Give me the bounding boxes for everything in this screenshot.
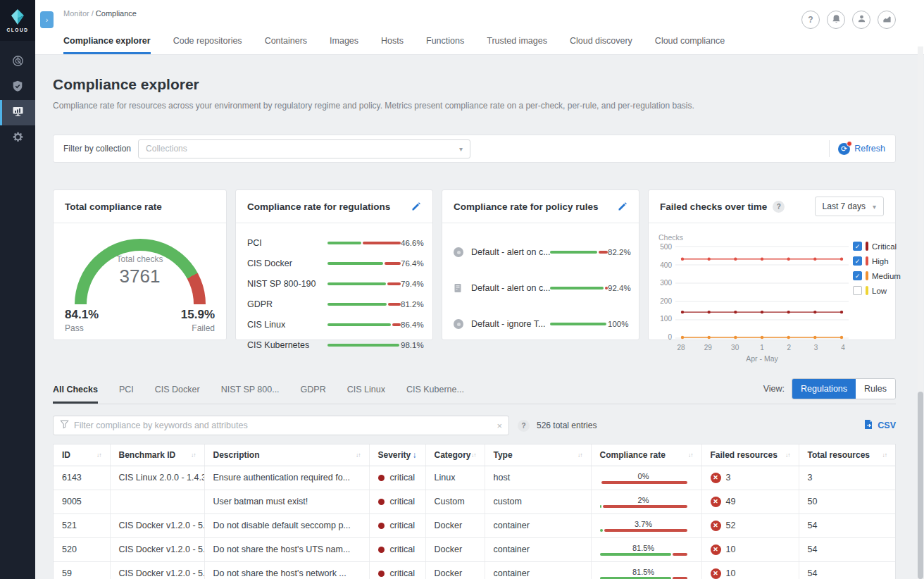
time-range-select[interactable]: Last 7 days ▾ [815, 197, 884, 216]
compliance-bar [327, 344, 401, 347]
shield-check-icon [12, 80, 23, 95]
user-button[interactable] [852, 11, 870, 29]
legend-color-bar [866, 242, 868, 251]
csv-export-button[interactable]: CSV [863, 419, 896, 432]
refresh-label: Refresh [854, 144, 885, 154]
legend-critical[interactable]: ✓Critical [853, 242, 901, 251]
rtab-gdpr[interactable]: GDPR [301, 385, 326, 404]
tab-hosts[interactable]: Hosts [381, 36, 404, 54]
table-row[interactable]: 520CIS Docker v1.2.0 - 5.20Do not share … [54, 537, 895, 561]
tab-containers[interactable]: Containers [265, 36, 307, 54]
rtab-cis-docker[interactable]: CIS Docker [155, 385, 200, 404]
help-button[interactable]: ? [801, 11, 820, 29]
edit-pencil-icon[interactable] [618, 201, 628, 211]
rtab-cis-linux[interactable]: CIS Linux [347, 385, 385, 404]
severity-dot [378, 547, 385, 553]
help-icon[interactable]: ? [773, 201, 785, 213]
scrollbar-thumb[interactable] [918, 392, 923, 579]
table-row[interactable]: 9005User batman must exist! critical Cus… [54, 490, 895, 513]
compliance-bar [327, 262, 401, 265]
severity-dot [378, 475, 385, 481]
notifications-button[interactable] [827, 11, 845, 29]
legend-high[interactable]: ✓High [853, 256, 901, 266]
col-category[interactable]: Category↓↑ [425, 444, 485, 466]
collections-select[interactable]: Collections ▾ [138, 139, 470, 158]
sidebar-item-defend[interactable] [0, 75, 35, 100]
sort-icon: ↓↑ [471, 452, 476, 459]
rtab-all-checks[interactable]: All Checks [53, 385, 98, 404]
stats-button[interactable] [878, 11, 896, 29]
total-entries: 526 total entries [537, 421, 597, 430]
app: CLOUD › Monitor / Compliance ? [0, 0, 924, 579]
policy-rule-row[interactable]: Default - alert on c... 82.2% [454, 242, 628, 263]
col-type[interactable]: Type↓↑ [485, 444, 591, 466]
sort-icon: ↓↑ [356, 452, 361, 459]
col-severity[interactable]: Severity↓ [369, 444, 425, 466]
failed-pct: 15.9% [181, 308, 215, 322]
sidebar-item-monitor[interactable] [0, 100, 35, 125]
edit-pencil-icon[interactable] [411, 201, 421, 211]
col-total-resources[interactable]: Total resources↓↑ [799, 444, 895, 466]
card-regulations: Compliance rate for regulations PCI46.6%… [235, 189, 433, 340]
table-row[interactable]: 6143CIS Linux 2.0.0 - 1.4.3Ensure authen… [54, 466, 895, 490]
breadcrumb-page: Compliance [96, 9, 137, 18]
view-rules-button[interactable]: Rules [856, 379, 895, 399]
failed-x-icon: ✕ [711, 473, 721, 483]
sidebar-item-radar[interactable] [0, 49, 35, 75]
search-help-icon[interactable]: ? [518, 420, 530, 432]
compliance-bar [327, 242, 401, 244]
col-benchmark-id[interactable]: Benchmark ID↓↑ [110, 444, 204, 466]
regulation-row[interactable]: CIS Docker76.4% [247, 253, 421, 273]
logo-label: CLOUD [6, 27, 28, 32]
severity-dot [378, 571, 385, 577]
refresh-button[interactable]: ⟳ Refresh [838, 143, 885, 155]
regulation-row[interactable]: CIS Kubernetes98.1% [247, 335, 421, 355]
divider [829, 140, 830, 157]
col-failed-resources[interactable]: Failed resources↓↑ [701, 444, 799, 466]
compliance-bar [327, 303, 401, 306]
tab-trusted-images[interactable]: Trusted images [487, 36, 547, 54]
tab-cloud-discovery[interactable]: Cloud discovery [570, 36, 632, 54]
compliance-bar [550, 323, 608, 325]
regulation-row[interactable]: CIS Linux86.4% [247, 314, 421, 335]
chevron-down-icon: ▾ [459, 145, 463, 153]
clear-filter-icon[interactable]: × [497, 421, 502, 431]
tab-code-repositories[interactable]: Code repositories [173, 36, 242, 54]
col-compliance-rate[interactable]: Compliance rate↓↑ [591, 444, 701, 466]
view-regulations-button[interactable]: Regulations [792, 379, 856, 399]
tab-images[interactable]: Images [330, 36, 358, 54]
breadcrumb-section[interactable]: Monitor [63, 9, 89, 18]
regulation-row[interactable]: PCI46.6% [247, 232, 421, 253]
col-id[interactable]: ID↓↑ [54, 444, 110, 466]
compliance-bar [327, 282, 401, 285]
policy-rule-row[interactable]: Default - ignore T... 100% [454, 313, 628, 335]
legend-low[interactable]: Low [853, 286, 901, 295]
tab-functions[interactable]: Functions [426, 36, 464, 54]
compliance-filter-box[interactable]: × [53, 416, 509, 435]
collection-filter-bar: Filter by collection Collections ▾ ⟳ Ref… [53, 135, 896, 163]
tab-cloud-compliance[interactable]: Cloud compliance [655, 36, 725, 54]
rtab-pci[interactable]: PCI [119, 385, 134, 404]
compliance-filter-input[interactable] [74, 421, 492, 430]
regulation-row[interactable]: NIST SP 800-19079.4% [247, 273, 421, 294]
failed-stat: 15.9% Failed [181, 308, 215, 333]
sidebar-expand-toggle[interactable]: › [40, 11, 54, 28]
monitor-chart-icon [12, 106, 24, 120]
compliance-bar [600, 505, 687, 508]
sidebar: CLOUD [0, 0, 35, 579]
table-row[interactable]: 59CIS Docker v1.2.0 - 5.9Do not share th… [54, 561, 895, 579]
funnel-icon [60, 419, 69, 432]
rtab-cis-kubernetes[interactable]: CIS Kuberne... [406, 385, 464, 404]
col-description[interactable]: Description↓↑ [204, 444, 369, 466]
regulation-row[interactable]: GDPR81.2% [247, 294, 421, 314]
refresh-icon: ⟳ [838, 143, 850, 155]
legend-medium[interactable]: ✓Medium [853, 271, 901, 280]
sidebar-item-settings[interactable] [0, 125, 35, 151]
tab-compliance-explorer[interactable]: Compliance explorer [63, 36, 151, 54]
table-row[interactable]: 521CIS Docker v1.2.0 - 5.21Do not disabl… [54, 513, 895, 537]
app-logo[interactable]: CLOUD [0, 0, 35, 41]
policy-rule-row[interactable]: Default - alert on c... 92.4% [454, 278, 628, 299]
sort-icon: ↓↑ [191, 452, 196, 459]
rtab-nist[interactable]: NIST SP 800... [221, 385, 280, 404]
pass-pct: 84.1% [65, 308, 99, 322]
